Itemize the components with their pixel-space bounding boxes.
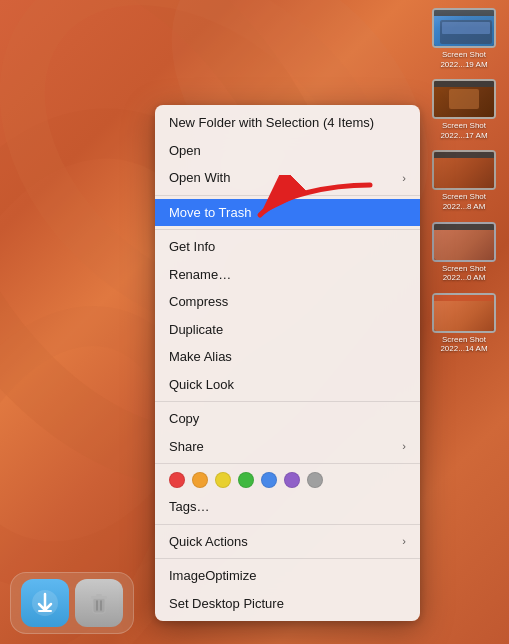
svg-rect-12 bbox=[96, 594, 102, 596]
dock-downloads[interactable] bbox=[21, 579, 69, 627]
menu-separator-4 bbox=[155, 463, 420, 464]
screenshot-thumb-1 bbox=[432, 8, 496, 48]
tag-blue[interactable] bbox=[261, 472, 277, 488]
menu-item-share[interactable]: Share › bbox=[155, 433, 420, 461]
menu-item-new-folder[interactable]: New Folder with Selection (4 Items) bbox=[155, 109, 420, 137]
tag-gray[interactable] bbox=[307, 472, 323, 488]
menu-item-set-desktop[interactable]: Set Desktop Picture bbox=[155, 590, 420, 618]
chevron-icon-share: › bbox=[402, 438, 406, 455]
menu-item-get-info[interactable]: Get Info bbox=[155, 233, 420, 261]
menu-item-copy[interactable]: Copy bbox=[155, 405, 420, 433]
menu-separator-1 bbox=[155, 195, 420, 196]
trash-icon bbox=[84, 588, 114, 618]
tag-orange[interactable] bbox=[192, 472, 208, 488]
downloads-icon bbox=[30, 588, 60, 618]
svg-rect-11 bbox=[91, 596, 107, 599]
menu-separator-5 bbox=[155, 524, 420, 525]
svg-rect-5 bbox=[440, 20, 492, 44]
svg-rect-6 bbox=[442, 22, 490, 34]
screenshot-item-2[interactable]: Screen Shot 2022...17 AM bbox=[419, 75, 509, 144]
screenshot-item-3[interactable]: Screen Shot 2022...8 AM bbox=[419, 146, 509, 215]
menu-item-compress[interactable]: Compress bbox=[155, 288, 420, 316]
screenshots-panel: Screen Shot 2022...19 AM Screen Shot 202… bbox=[419, 0, 509, 358]
screenshot-label-2: Screen Shot 2022...17 AM bbox=[440, 121, 487, 140]
svg-rect-9 bbox=[38, 610, 52, 612]
screenshot-thumb-3 bbox=[432, 150, 496, 190]
chevron-icon: › bbox=[402, 170, 406, 187]
menu-item-rename[interactable]: Rename… bbox=[155, 261, 420, 289]
screenshot-thumb-2 bbox=[432, 79, 496, 119]
menu-item-move-to-trash[interactable]: Move to Trash bbox=[155, 199, 420, 227]
screenshot-label-1: Screen Shot 2022...19 AM bbox=[440, 50, 487, 69]
menu-separator-2 bbox=[155, 229, 420, 230]
tag-green[interactable] bbox=[238, 472, 254, 488]
menu-item-quick-look[interactable]: Quick Look bbox=[155, 371, 420, 399]
chevron-icon-quick-actions: › bbox=[402, 533, 406, 550]
screenshot-item-1[interactable]: Screen Shot 2022...19 AM bbox=[419, 4, 509, 73]
menu-item-open-with[interactable]: Open With › bbox=[155, 164, 420, 192]
screenshot-thumb-5 bbox=[432, 293, 496, 333]
dock-trash[interactable] bbox=[75, 579, 123, 627]
menu-separator-3 bbox=[155, 401, 420, 402]
context-menu: New Folder with Selection (4 Items) Open… bbox=[155, 105, 420, 621]
tag-red[interactable] bbox=[169, 472, 185, 488]
menu-separator-6 bbox=[155, 558, 420, 559]
svg-rect-10 bbox=[93, 598, 105, 613]
screenshot-item-4[interactable]: Screen Shot 2022...0 AM bbox=[419, 218, 509, 287]
menu-tags-row bbox=[155, 467, 420, 493]
menu-item-image-optimize[interactable]: ImageOptimize bbox=[155, 562, 420, 590]
menu-item-tags[interactable]: Tags… bbox=[155, 493, 420, 521]
dock bbox=[10, 572, 134, 634]
menu-item-make-alias[interactable]: Make Alias bbox=[155, 343, 420, 371]
screenshot-label-4: Screen Shot 2022...0 AM bbox=[442, 264, 486, 283]
tag-yellow[interactable] bbox=[215, 472, 231, 488]
screenshot-label-3: Screen Shot 2022...8 AM bbox=[442, 192, 486, 211]
menu-item-open[interactable]: Open bbox=[155, 137, 420, 165]
screenshot-label-5: Screen Shot 2022...14 AM bbox=[440, 335, 487, 354]
screenshot-item-5[interactable]: Screen Shot 2022...14 AM bbox=[419, 289, 509, 358]
menu-item-duplicate[interactable]: Duplicate bbox=[155, 316, 420, 344]
menu-item-quick-actions[interactable]: Quick Actions › bbox=[155, 528, 420, 556]
screenshot-thumb-4 bbox=[432, 222, 496, 262]
tag-purple[interactable] bbox=[284, 472, 300, 488]
